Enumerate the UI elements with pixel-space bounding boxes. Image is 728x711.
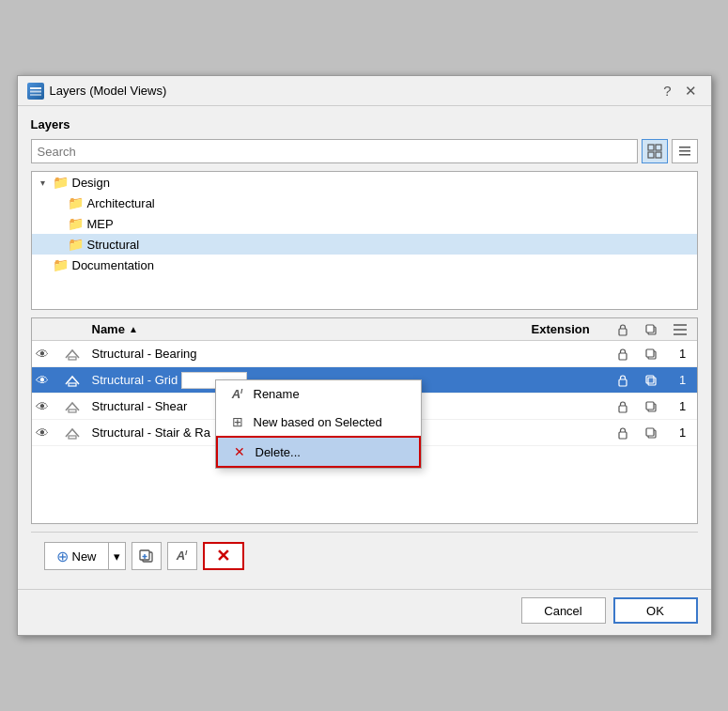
spacer-arch bbox=[53, 198, 64, 209]
rename-btn-icon: AI bbox=[177, 549, 188, 563]
col-num bbox=[669, 322, 697, 336]
tree-label-architectural: Architectural bbox=[87, 196, 155, 210]
num-stair: 1 bbox=[669, 422, 697, 443]
copy-stair[interactable] bbox=[641, 423, 669, 443]
cancel-button[interactable]: Cancel bbox=[521, 597, 606, 624]
icon-stair bbox=[60, 423, 88, 443]
sort-arrow: ▲ bbox=[129, 324, 138, 334]
delete-button[interactable]: ✕ bbox=[203, 542, 244, 570]
grid-view-button[interactable] bbox=[642, 139, 668, 163]
svg-rect-23 bbox=[646, 376, 654, 383]
ctx-rename-label: Rename bbox=[254, 387, 300, 401]
new-button-dropdown[interactable]: ▾ bbox=[109, 543, 125, 569]
col-name: Name ▲ bbox=[88, 322, 528, 336]
eye-grid[interactable]: 👁 bbox=[32, 369, 60, 392]
name-bearing: Structural - Bearing bbox=[88, 343, 528, 364]
icon-shear bbox=[60, 396, 88, 417]
col-copy bbox=[641, 322, 669, 336]
lock-shear[interactable] bbox=[612, 396, 641, 417]
svg-rect-16 bbox=[69, 357, 76, 360]
col-lock bbox=[612, 322, 641, 336]
table-header: Name ▲ Extension bbox=[32, 318, 697, 341]
ext-stair bbox=[528, 429, 612, 437]
lock-stair[interactable] bbox=[612, 423, 641, 443]
svg-rect-9 bbox=[679, 154, 690, 156]
bottom-toolbar: ⊕ New ▾ AI ✕ bbox=[31, 532, 698, 578]
num-shear: 1 bbox=[669, 395, 697, 417]
dialog-window: Layers (Model Views) ? ✕ Layers bbox=[17, 75, 712, 636]
copy-bearing[interactable] bbox=[641, 344, 669, 364]
lock-bearing[interactable] bbox=[612, 344, 641, 364]
ctx-rename[interactable]: AI Rename bbox=[216, 380, 421, 408]
eye-stair[interactable]: 👁 bbox=[32, 422, 60, 444]
rename-button[interactable]: AI bbox=[167, 542, 197, 570]
dialog-body: Layers bbox=[18, 106, 711, 589]
copy-grid[interactable] bbox=[641, 370, 669, 391]
delete-icon: ✕ bbox=[231, 444, 248, 459]
svg-rect-19 bbox=[646, 349, 654, 357]
title-bar-left: Layers (Model Views) bbox=[27, 83, 167, 100]
tree-label-design: Design bbox=[72, 176, 110, 190]
tree-label-documentation: Documentation bbox=[72, 258, 154, 272]
eye-shear[interactable]: 👁 bbox=[32, 395, 60, 418]
svg-rect-3 bbox=[648, 145, 654, 150]
svg-rect-6 bbox=[656, 152, 661, 158]
layers-section-label: Layers bbox=[31, 117, 698, 131]
svg-rect-10 bbox=[619, 329, 627, 335]
svg-rect-25 bbox=[619, 406, 627, 412]
ctx-new-based[interactable]: ⊞ New based on Selected bbox=[216, 408, 421, 436]
num-grid: 1 bbox=[669, 369, 697, 391]
svg-rect-0 bbox=[30, 87, 41, 89]
tree-item-documentation[interactable]: 📁 Documentation bbox=[32, 255, 697, 275]
app-icon bbox=[27, 83, 44, 100]
ext-grid bbox=[528, 377, 612, 384]
list-view-button[interactable] bbox=[672, 139, 698, 163]
icon-grid bbox=[60, 370, 88, 391]
svg-rect-29 bbox=[619, 432, 627, 439]
new-button-main[interactable]: ⊕ New bbox=[45, 543, 109, 569]
folder-icon-structural: 📁 bbox=[68, 237, 84, 252]
tree-label-structural: Structural bbox=[87, 238, 140, 252]
svg-rect-20 bbox=[69, 383, 76, 386]
col-icon bbox=[60, 322, 88, 336]
svg-rect-1 bbox=[30, 90, 41, 92]
delete-btn-icon: ✕ bbox=[216, 546, 230, 566]
eye-bearing[interactable]: 👁 bbox=[32, 343, 60, 365]
tree-item-design[interactable]: ▾ 📁 Design bbox=[32, 172, 697, 193]
tree-item-mep[interactable]: 📁 MEP bbox=[32, 213, 697, 234]
layer-row-bearing[interactable]: 👁 Structural - Bearing 1 bbox=[32, 341, 697, 367]
dropdown-arrow-icon: ▾ bbox=[114, 549, 120, 564]
new-based-icon: ⊞ bbox=[229, 414, 246, 429]
lock-grid[interactable] bbox=[612, 370, 641, 391]
col-eye bbox=[32, 322, 60, 336]
new-button-group: ⊕ New ▾ bbox=[44, 542, 126, 570]
context-menu: AI Rename ⊞ New based on Selected ✕ Dele… bbox=[215, 379, 422, 469]
icon-bearing bbox=[60, 344, 88, 364]
new-plus-icon: ⊕ bbox=[56, 548, 69, 565]
folder-icon-arch: 📁 bbox=[68, 195, 84, 210]
rename-icon: AI bbox=[229, 387, 246, 401]
spacer-structural bbox=[53, 240, 64, 250]
chevron-design: ▾ bbox=[38, 178, 49, 188]
ctx-delete[interactable]: ✕ Delete... bbox=[216, 436, 421, 468]
help-button[interactable]: ? bbox=[658, 82, 675, 100]
spacer-doc bbox=[38, 260, 49, 270]
copy-shear[interactable] bbox=[641, 396, 669, 417]
svg-rect-21 bbox=[619, 379, 627, 386]
tree-item-structural[interactable]: 📁 Structural bbox=[32, 234, 697, 255]
num-bearing: 1 bbox=[669, 343, 697, 364]
ctx-newbased-label: New based on Selected bbox=[254, 415, 382, 429]
col-extension: Extension bbox=[528, 322, 612, 336]
ok-button[interactable]: OK bbox=[613, 597, 698, 624]
folder-icon-design: 📁 bbox=[53, 175, 69, 190]
tree-item-architectural[interactable]: 📁 Architectural bbox=[32, 193, 697, 213]
layers-table: Name ▲ Extension 👁 bbox=[31, 317, 698, 524]
search-input[interactable] bbox=[31, 139, 638, 163]
svg-rect-8 bbox=[679, 150, 690, 152]
svg-rect-12 bbox=[646, 325, 654, 332]
svg-rect-27 bbox=[646, 402, 654, 410]
copy-layer-button[interactable] bbox=[132, 542, 162, 570]
folder-icon-doc: 📁 bbox=[53, 257, 69, 272]
svg-rect-4 bbox=[656, 145, 661, 150]
close-button[interactable]: ✕ bbox=[680, 82, 702, 100]
